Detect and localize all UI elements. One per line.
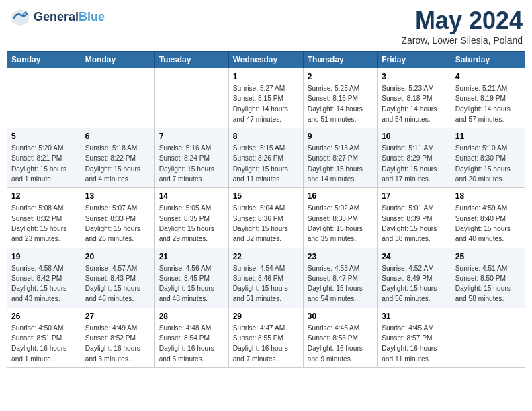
day-info: Sunrise: 5:11 AMSunset: 8:29 PMDaylight:… xyxy=(382,143,447,184)
day-number: 18 xyxy=(455,191,521,201)
page-header: GeneralBlue May 2024 Zarow, Lower Silesi… xyxy=(7,7,525,46)
calendar-cell: 19Sunrise: 4:58 AMSunset: 8:42 PMDayligh… xyxy=(7,248,81,308)
day-info: Sunrise: 5:21 AMSunset: 8:19 PMDaylight:… xyxy=(455,83,521,124)
day-info: Sunrise: 5:27 AMSunset: 8:15 PMDaylight:… xyxy=(233,83,299,124)
logo: GeneralBlue xyxy=(9,7,105,28)
calendar-cell: 4Sunrise: 5:21 AMSunset: 8:19 PMDaylight… xyxy=(451,68,525,128)
day-info: Sunrise: 5:01 AMSunset: 8:39 PMDaylight:… xyxy=(382,203,447,244)
day-number: 14 xyxy=(159,191,224,201)
calendar-cell: 27Sunrise: 4:49 AMSunset: 8:52 PMDayligh… xyxy=(81,308,154,367)
day-number: 21 xyxy=(159,252,224,261)
day-info: Sunrise: 5:04 AMSunset: 8:36 PMDaylight:… xyxy=(233,203,299,244)
day-info: Sunrise: 5:20 AMSunset: 8:21 PMDaylight:… xyxy=(11,143,77,184)
day-number: 31 xyxy=(382,312,447,321)
day-info: Sunrise: 4:53 AMSunset: 8:47 PMDaylight:… xyxy=(308,263,373,304)
calendar-cell: 29Sunrise: 4:47 AMSunset: 8:55 PMDayligh… xyxy=(228,308,303,367)
day-info: Sunrise: 5:08 AMSunset: 8:32 PMDaylight:… xyxy=(11,203,77,244)
day-number: 2 xyxy=(308,72,373,81)
day-number: 9 xyxy=(308,132,373,141)
calendar-cell: 18Sunrise: 4:59 AMSunset: 8:40 PMDayligh… xyxy=(451,188,525,248)
day-info: Sunrise: 4:54 AMSunset: 8:46 PMDaylight:… xyxy=(233,263,299,304)
day-info: Sunrise: 4:50 AMSunset: 8:51 PMDaylight:… xyxy=(11,323,77,364)
calendar-cell: 13Sunrise: 5:07 AMSunset: 8:33 PMDayligh… xyxy=(81,188,154,248)
day-info: Sunrise: 4:56 AMSunset: 8:45 PMDaylight:… xyxy=(159,263,224,304)
day-number: 6 xyxy=(85,132,150,141)
calendar-cell xyxy=(81,68,154,128)
weekday-header-thursday: Thursday xyxy=(303,52,377,68)
day-number: 23 xyxy=(308,252,373,261)
day-number: 11 xyxy=(455,132,521,141)
day-info: Sunrise: 5:13 AMSunset: 8:27 PMDaylight:… xyxy=(308,143,373,184)
weekday-header-sunday: Sunday xyxy=(7,52,81,68)
calendar-cell: 30Sunrise: 4:46 AMSunset: 8:56 PMDayligh… xyxy=(303,308,377,367)
calendar-table: SundayMondayTuesdayWednesdayThursdayFrid… xyxy=(7,51,525,368)
day-info: Sunrise: 4:47 AMSunset: 8:55 PMDaylight:… xyxy=(233,323,299,364)
day-number: 20 xyxy=(85,252,150,261)
calendar-cell: 24Sunrise: 4:52 AMSunset: 8:49 PMDayligh… xyxy=(378,248,451,308)
calendar-cell: 21Sunrise: 4:56 AMSunset: 8:45 PMDayligh… xyxy=(154,248,228,308)
day-info: Sunrise: 5:07 AMSunset: 8:33 PMDaylight:… xyxy=(85,203,150,244)
day-info: Sunrise: 4:49 AMSunset: 8:52 PMDaylight:… xyxy=(85,323,150,364)
calendar-cell xyxy=(154,68,228,128)
title-block: May 2024 Zarow, Lower Silesia, Poland xyxy=(401,7,523,46)
week-row-2: 5Sunrise: 5:20 AMSunset: 8:21 PMDaylight… xyxy=(7,128,525,188)
day-number: 12 xyxy=(11,191,77,201)
day-number: 29 xyxy=(233,312,299,321)
calendar-cell: 8Sunrise: 5:15 AMSunset: 8:26 PMDaylight… xyxy=(228,128,303,188)
calendar-cell: 25Sunrise: 4:51 AMSunset: 8:50 PMDayligh… xyxy=(451,248,525,308)
day-number: 10 xyxy=(382,132,447,141)
day-number: 27 xyxy=(85,312,150,321)
day-info: Sunrise: 5:15 AMSunset: 8:26 PMDaylight:… xyxy=(233,143,299,184)
day-info: Sunrise: 5:23 AMSunset: 8:18 PMDaylight:… xyxy=(382,83,447,124)
day-info: Sunrise: 5:05 AMSunset: 8:35 PMDaylight:… xyxy=(159,203,224,244)
day-number: 30 xyxy=(308,312,373,321)
day-info: Sunrise: 4:46 AMSunset: 8:56 PMDaylight:… xyxy=(308,323,373,364)
day-info: Sunrise: 4:45 AMSunset: 8:57 PMDaylight:… xyxy=(382,323,447,364)
weekday-header-saturday: Saturday xyxy=(451,52,525,68)
week-row-4: 19Sunrise: 4:58 AMSunset: 8:42 PMDayligh… xyxy=(7,248,525,308)
calendar-cell: 16Sunrise: 5:02 AMSunset: 8:38 PMDayligh… xyxy=(303,188,377,248)
day-info: Sunrise: 4:52 AMSunset: 8:49 PMDaylight:… xyxy=(382,263,447,304)
day-number: 22 xyxy=(233,252,299,261)
weekday-header-monday: Monday xyxy=(81,52,154,68)
calendar-cell xyxy=(451,308,525,367)
day-info: Sunrise: 4:51 AMSunset: 8:50 PMDaylight:… xyxy=(455,263,521,304)
calendar-cell: 1Sunrise: 5:27 AMSunset: 8:15 PMDaylight… xyxy=(228,68,303,128)
day-number: 3 xyxy=(382,72,447,81)
calendar-cell: 23Sunrise: 4:53 AMSunset: 8:47 PMDayligh… xyxy=(303,248,377,308)
day-info: Sunrise: 5:25 AMSunset: 8:16 PMDaylight:… xyxy=(308,83,373,124)
day-number: 15 xyxy=(233,191,299,201)
calendar-cell: 15Sunrise: 5:04 AMSunset: 8:36 PMDayligh… xyxy=(228,188,303,248)
calendar-cell: 14Sunrise: 5:05 AMSunset: 8:35 PMDayligh… xyxy=(154,188,228,248)
calendar-cell: 5Sunrise: 5:20 AMSunset: 8:21 PMDaylight… xyxy=(7,128,81,188)
month-title: May 2024 xyxy=(401,7,523,35)
day-number: 24 xyxy=(382,252,447,261)
day-info: Sunrise: 4:57 AMSunset: 8:43 PMDaylight:… xyxy=(85,263,150,304)
calendar-cell: 11Sunrise: 5:10 AMSunset: 8:30 PMDayligh… xyxy=(451,128,525,188)
day-number: 5 xyxy=(11,132,77,141)
weekday-header-tuesday: Tuesday xyxy=(154,52,228,68)
day-number: 19 xyxy=(11,252,77,261)
day-info: Sunrise: 5:02 AMSunset: 8:38 PMDaylight:… xyxy=(308,203,373,244)
calendar-cell: 28Sunrise: 4:48 AMSunset: 8:54 PMDayligh… xyxy=(154,308,228,367)
calendar-cell xyxy=(7,68,81,128)
day-number: 7 xyxy=(159,132,224,141)
day-info: Sunrise: 4:59 AMSunset: 8:40 PMDaylight:… xyxy=(455,203,521,244)
logo-text: GeneralBlue xyxy=(34,11,105,24)
day-number: 16 xyxy=(308,191,373,201)
calendar-cell: 3Sunrise: 5:23 AMSunset: 8:18 PMDaylight… xyxy=(378,68,451,128)
day-number: 1 xyxy=(233,72,299,81)
day-info: Sunrise: 4:48 AMSunset: 8:54 PMDaylight:… xyxy=(159,323,224,364)
calendar-cell: 20Sunrise: 4:57 AMSunset: 8:43 PMDayligh… xyxy=(81,248,154,308)
calendar-cell: 2Sunrise: 5:25 AMSunset: 8:16 PMDaylight… xyxy=(303,68,377,128)
day-number: 28 xyxy=(159,312,224,321)
day-info: Sunrise: 4:58 AMSunset: 8:42 PMDaylight:… xyxy=(11,263,77,304)
calendar-cell: 10Sunrise: 5:11 AMSunset: 8:29 PMDayligh… xyxy=(378,128,451,188)
weekday-header-friday: Friday xyxy=(378,52,451,68)
logo-icon xyxy=(9,7,31,28)
calendar-cell: 7Sunrise: 5:16 AMSunset: 8:24 PMDaylight… xyxy=(154,128,228,188)
calendar-cell: 12Sunrise: 5:08 AMSunset: 8:32 PMDayligh… xyxy=(7,188,81,248)
day-number: 8 xyxy=(233,132,299,141)
day-info: Sunrise: 5:18 AMSunset: 8:22 PMDaylight:… xyxy=(85,143,150,184)
week-row-3: 12Sunrise: 5:08 AMSunset: 8:32 PMDayligh… xyxy=(7,188,525,248)
